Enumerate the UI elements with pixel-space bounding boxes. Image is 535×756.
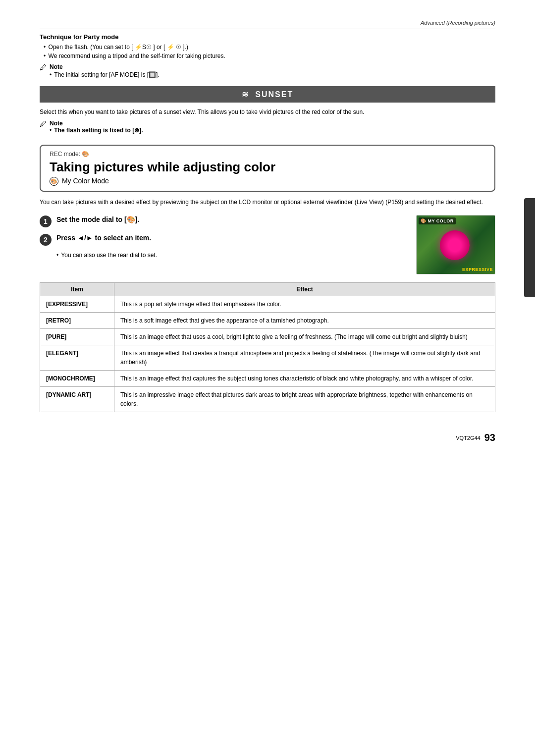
table-row: [EXPRESSIVE]This is a pop art style imag… (40, 296, 495, 313)
table-cell-item-4: [MONOCHROME] (40, 371, 114, 387)
note-content: Note • The initial setting for [AF MODE]… (50, 63, 160, 79)
subtitle-icon: 🎨 (50, 177, 58, 186)
table-row: [RETRO]This is a soft image effect that … (40, 313, 495, 329)
step-2-content: Press ◄/► to select an item. (56, 233, 151, 243)
sunset-icon: ≋ (242, 90, 249, 99)
step-1-number: 1 (40, 216, 52, 227)
color-preview-label: EXPRESSIVE (462, 267, 493, 272)
table-header-effect: Effect (114, 283, 495, 296)
color-preview-badge: 🎨 MY COLOR (419, 217, 456, 224)
step-2-text: Press ◄/► to select an item. (56, 233, 151, 243)
note-icon: 🖊 (40, 63, 47, 71)
step-2-sub: • You can also use the rear dial to set. (56, 252, 401, 259)
sunset-note: 🖊 Note • The flash setting is fixed to [… (40, 120, 495, 134)
note-label: Note (50, 63, 63, 70)
table-cell-effect-4: This is an image effect that captures th… (114, 371, 495, 387)
table-cell-effect-0: This is a pop art style image effect tha… (114, 296, 495, 313)
technique-title: Technique for Party mode (40, 33, 495, 41)
sunset-note-content: Note • The flash setting is fixed to [⊗]… (50, 120, 143, 134)
technique-bullet1: • Open the flash. (You can set to [ ⚡S☉ … (44, 43, 495, 52)
note-text1: • The initial setting for [AF MODE] is [… (50, 71, 160, 78)
step-2-number: 2 (40, 234, 52, 246)
technique-body: • Open the flash. (You can set to [ ⚡S☉ … (40, 43, 495, 60)
table-cell-item-0: [EXPRESSIVE] (40, 296, 114, 313)
table-header-item: Item (40, 283, 114, 296)
technique-bullet2: • We recommend using a tripod and the se… (44, 52, 495, 60)
header-text: Advanced (Recording pictures) (421, 20, 495, 26)
table-row: [PURE]This is an image effect that uses … (40, 329, 495, 345)
sidebar-accent-bar (524, 198, 535, 297)
page-header: Advanced (Recording pictures) (40, 20, 495, 26)
sunset-note-flash: • The flash setting is fixed to [⊗]. (50, 127, 143, 134)
table-cell-item-1: [RETRO] (40, 313, 114, 329)
color-preview-image: 🎨 MY COLOR EXPRESSIVE (416, 215, 495, 274)
table-cell-effect-1: This is a soft image effect that gives t… (114, 313, 495, 329)
step-1: 1 Set the mode dial to [🎨]. (40, 215, 401, 227)
sunset-text: SUNSET (255, 90, 293, 99)
table-cell-effect-2: This is an image effect that uses a cool… (114, 329, 495, 345)
table-cell-item-2: [PURE] (40, 329, 114, 345)
technique-note: 🖊 Note • The initial setting for [AF MOD… (40, 63, 495, 79)
page-footer: VQT2G44 93 (40, 432, 495, 443)
sunset-description: Select this when you want to take pictur… (40, 108, 495, 117)
table-cell-item-3: [ELEGANT] (40, 345, 114, 371)
effect-table: Item Effect [EXPRESSIVE]This is a pop ar… (40, 282, 495, 412)
my-color-description: You can take pictures with a desired eff… (40, 198, 495, 207)
color-preview-flower (440, 230, 470, 260)
subtitle-text: My Color Mode (62, 177, 109, 185)
color-preview-bg: 🎨 MY COLOR EXPRESSIVE (417, 216, 495, 274)
rec-mode-icon: 🎨 (82, 151, 89, 158)
section-subtitle: 🎨 My Color Mode (50, 177, 485, 186)
table-cell-effect-3: This is an image effect that creates a t… (114, 345, 495, 371)
sunset-banner: ≋ SUNSET (40, 86, 495, 103)
page-number: 93 (484, 432, 495, 443)
step-1-content: Set the mode dial to [🎨]. (56, 215, 139, 225)
table-cell-item-5: [DYNAMIC ART] (40, 387, 114, 412)
steps-area: 1 Set the mode dial to [🎨]. 2 Press ◄/► … (40, 215, 495, 274)
my-color-section-box: REC mode: 🎨 Taking pictures while adjust… (40, 145, 495, 192)
table-row: [DYNAMIC ART]This is an impressive image… (40, 387, 495, 412)
table-row: [ELEGANT]This is an image effect that cr… (40, 345, 495, 371)
page-code: VQT2G44 (456, 435, 481, 441)
table-cell-effect-5: This is an impressive image effect that … (114, 387, 495, 412)
step-1-text: Set the mode dial to [🎨]. (56, 215, 139, 225)
sunset-note-icon: 🖊 (40, 120, 47, 128)
rec-mode-line: REC mode: 🎨 (50, 151, 485, 158)
technique-section: Technique for Party mode • Open the flas… (40, 29, 495, 79)
step-2: 2 Press ◄/► to select an item. (40, 233, 401, 246)
table-row: [MONOCHROME]This is an image effect that… (40, 371, 495, 387)
section-title: Taking pictures while adjusting color (50, 160, 485, 175)
sunset-note-label: Note (50, 120, 63, 127)
steps-left: 1 Set the mode dial to [🎨]. 2 Press ◄/► … (40, 215, 401, 259)
